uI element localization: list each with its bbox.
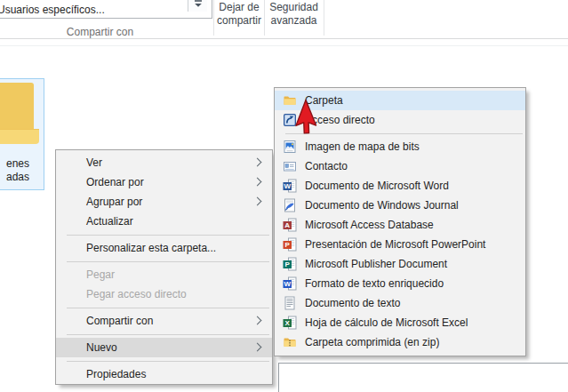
rtf-icon: W (283, 276, 297, 291)
menu-item-label: Contacto (305, 160, 348, 172)
access-icon: A (283, 218, 297, 232)
stop-sharing-button[interactable]: Dejar de compartir (214, 1, 264, 28)
share-with-gallery-selected: Usuarios específicos... (0, 4, 105, 16)
submenu-chevron-icon (253, 343, 262, 352)
powerpoint-icon: P (283, 237, 297, 252)
ribbon-separator (324, 0, 324, 36)
menu-item-microsoft-access-database[interactable]: AMicrosoft Access Database (275, 215, 525, 235)
menu-item-pegar-acceso-directo: Pegar acceso directo (56, 284, 272, 304)
svg-text:P: P (285, 260, 291, 268)
menu-item-carpeta[interactable]: Carpeta (275, 91, 525, 110)
gallery-more-button[interactable] (188, 0, 207, 12)
menu-item-label: Imagen de mapa de bits (305, 140, 420, 153)
menu-item-label: Hoja de cálculo de Microsoft Excel (305, 316, 468, 329)
menu-item-nuevo[interactable]: Nuevo (56, 338, 272, 357)
menu-item-formato-de-texto-enriquecido[interactable]: WFormato de texto enriquecido (275, 274, 525, 293)
menu-item-label: Carpeta comprimida (en zip) (305, 336, 439, 348)
menu-item-label: Documento de Windows Journal (305, 199, 459, 212)
menu-item-label: Carpeta (305, 94, 343, 107)
menu-item-microsoft-publisher-document[interactable]: PMicrosoft Publisher Document (275, 254, 525, 274)
menu-item-label: Documento de texto (305, 297, 400, 309)
menu-item-imagen-de-mapa-de-bits[interactable]: Imagen de mapa de bits (275, 137, 525, 156)
shortcut-icon (283, 113, 297, 127)
menu-item-label: Microsoft Publisher Document (305, 258, 447, 270)
menu-item-label: Agrupar por (86, 196, 142, 208)
gallery-more-icon (194, 0, 203, 8)
submenu-chevron-icon (253, 197, 262, 206)
menu-item-label: Propiedades (86, 368, 146, 380)
folder-label-line1: enes (0, 157, 57, 171)
svg-text:W: W (284, 182, 291, 190)
menu-item-label: Ver (86, 156, 102, 169)
menu-item-ordenar-por[interactable]: Ordenar por (56, 172, 272, 192)
svg-text:A: A (284, 221, 290, 229)
new-submenu: CarpetaAcceso directoImagen de mapa de b… (274, 87, 526, 356)
svg-text:X: X (285, 319, 291, 327)
ribbon-group-label: Compartir con (36, 26, 164, 38)
menu-item-ver[interactable]: Ver (56, 153, 272, 172)
menu-item-label: Personalizar esta carpeta... (86, 242, 216, 254)
menu-item-contacto[interactable]: Contacto (275, 156, 525, 176)
menu-separator (67, 308, 269, 308)
menu-item-propiedades[interactable]: Propiedades (56, 364, 272, 384)
share-with-gallery[interactable]: Usuarios específicos... (0, 0, 212, 19)
menu-item-hoja-de-calculo-de-microsoft-excel[interactable]: XHoja de cálculo de Microsoft Excel (275, 313, 525, 332)
menu-item-label: Pegar acceso directo (86, 288, 187, 300)
menu-item-label: Acceso directo (305, 114, 375, 126)
zip-folder-icon (283, 335, 297, 349)
menu-item-carpeta-comprimida-en-zip[interactable]: Carpeta comprimida (en zip) (275, 332, 525, 352)
menu-item-personalizar-esta-carpeta[interactable]: Personalizar esta carpeta... (56, 238, 272, 258)
menu-separator (67, 235, 269, 236)
menu-item-compartir-con[interactable]: Compartir con (56, 311, 272, 331)
menu-item-label: Nuevo (86, 341, 117, 354)
journal-icon (283, 198, 297, 212)
menu-item-label: Microsoft Access Database (305, 219, 434, 231)
menu-item-documento-de-windows-journal[interactable]: Documento de Windows Journal (275, 196, 525, 215)
menu-item-label: Actualizar (86, 215, 133, 228)
menu-separator (67, 361, 269, 362)
menu-item-documento-de-texto[interactable]: Documento de texto (275, 293, 525, 313)
contact-icon (283, 159, 297, 173)
submenu-chevron-icon (253, 178, 262, 187)
menu-item-label: Formato de texto enriquecido (305, 277, 444, 290)
svg-text:P: P (285, 241, 291, 249)
submenu-chevron-icon (253, 316, 262, 325)
excel-icon: X (283, 316, 297, 330)
menu-item-label: Pegar (86, 268, 115, 281)
menu-item-actualizar[interactable]: Actualizar (56, 212, 272, 231)
folder-label-line2: adas (0, 171, 57, 184)
menu-item-label: Ordenar por (86, 176, 144, 188)
advanced-security-button[interactable]: Seguridad avanzada (265, 1, 323, 28)
menu-item-presentacion-de-microsoft-powerpoint[interactable]: PPresentación de Microsoft PowerPoint (275, 235, 525, 254)
menu-item-acceso-directo[interactable]: Acceso directo (275, 110, 525, 130)
bitmap-image-icon (283, 140, 297, 154)
menu-item-documento-de-microsoft-word[interactable]: WDocumento de Microsoft Word (275, 176, 525, 196)
svg-text:W: W (284, 280, 291, 288)
ribbon-share-tab: Usuarios específicos... Dejar de compart… (0, 0, 568, 39)
menu-item-label: Documento de Microsoft Word (305, 180, 449, 192)
menu-separator (67, 334, 269, 335)
menu-item-label: Presentación de Microsoft PowerPoint (305, 238, 485, 251)
context-menu: VerOrdenar porAgrupar porActualizarPerso… (55, 149, 273, 385)
menu-item-agrupar-por[interactable]: Agrupar por (56, 192, 272, 212)
word-icon: W (283, 179, 297, 193)
submenu-chevron-icon (253, 158, 262, 167)
content-top-border (0, 45, 568, 46)
publisher-icon: P (283, 257, 297, 271)
menu-item-label: Compartir con (86, 315, 153, 327)
partial-panel-edge (278, 363, 568, 392)
ribbon-bottom-border (0, 38, 568, 39)
menu-separator (67, 261, 269, 262)
folder-icon (283, 93, 297, 108)
text-document-icon (283, 296, 297, 310)
menu-separator (285, 133, 523, 134)
menu-item-pegar: Pegar (56, 265, 272, 284)
